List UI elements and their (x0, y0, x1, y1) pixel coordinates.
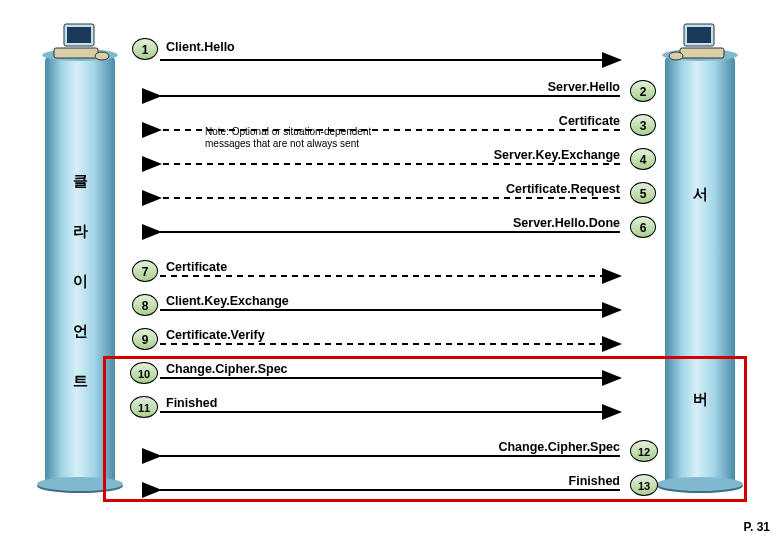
step-bubble-9: 9 (132, 328, 158, 350)
step-bubble-5: 5 (630, 182, 656, 204)
step-bubble-10: 10 (130, 362, 158, 384)
step-bubble-8: 8 (132, 294, 158, 316)
handshake-diagram: 클 라 이 언 트 서 버 (0, 0, 780, 540)
step-bubble-12: 12 (630, 440, 658, 462)
step-bubble-1: 1 (132, 38, 158, 60)
step-bubble-2: 2 (630, 80, 656, 102)
step-bubble-6: 6 (630, 216, 656, 238)
step-bubble-11: 11 (130, 396, 158, 418)
step-bubble-7: 7 (132, 260, 158, 282)
step-bubble-3: 3 (630, 114, 656, 136)
step-bubble-4: 4 (630, 148, 656, 170)
step-bubble-13: 13 (630, 474, 658, 496)
